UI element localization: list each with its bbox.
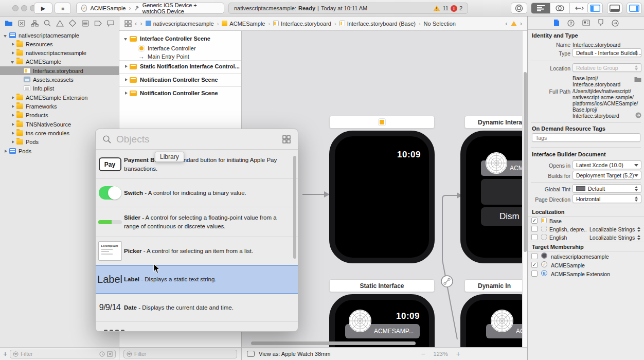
library-button[interactable] bbox=[511, 3, 527, 14]
localization-english-deprecated[interactable]: English, depre... bbox=[549, 226, 586, 232]
source-control-status-icon[interactable] bbox=[107, 351, 113, 357]
assistant-editor-button[interactable] bbox=[550, 3, 569, 13]
stop-button[interactable]: ■ bbox=[55, 3, 71, 14]
checkbox-english[interactable] bbox=[531, 234, 538, 240]
tree-item-folder[interactable]: Products bbox=[0, 111, 119, 119]
checkbox-english-deprecated[interactable] bbox=[531, 226, 538, 232]
scene3-titlebar[interactable]: Static Interface bbox=[329, 279, 435, 292]
scene3-watch-screen[interactable]: 10:09 ACMESAMP... bbox=[329, 294, 435, 347]
builds-for-dropdown[interactable]: Deployment Target (5.2) bbox=[573, 171, 641, 179]
scene1-watch-screen[interactable]: 10:09 bbox=[329, 131, 435, 263]
notification-body[interactable] bbox=[481, 179, 522, 205]
outline-interface-controller[interactable]: Interface Controller bbox=[119, 44, 241, 52]
filter-input[interactable] bbox=[21, 351, 97, 357]
library-item-label[interactable]: Label Label - Displays a static text str… bbox=[96, 265, 298, 294]
scheme-destination[interactable]: Generic iOS Device + watchOS Device bbox=[142, 2, 219, 14]
report-navigator-icon[interactable] bbox=[107, 20, 114, 27]
attributes-inspector-tab-icon[interactable] bbox=[598, 19, 604, 27]
target-extension[interactable]: ACMESample Extension bbox=[551, 271, 610, 277]
tree-item-folder[interactable]: nativescriptacmesample bbox=[0, 48, 119, 57]
dismiss-button[interactable]: Dism bbox=[481, 207, 522, 226]
checkbox-base[interactable]: ✓ bbox=[531, 218, 538, 224]
toggle-debug-area-button[interactable] bbox=[607, 3, 622, 14]
tree-item-storyboard-selected[interactable]: Interface.storyboard bbox=[0, 66, 119, 75]
zoom-in-button[interactable]: + bbox=[456, 350, 460, 358]
scheme-selector[interactable]: ✓ ACMESample › Generic iOS Device + watc… bbox=[76, 3, 224, 14]
test-navigator-icon[interactable] bbox=[69, 20, 76, 27]
vertical-scrollbar[interactable] bbox=[524, 72, 527, 252]
disclosure-triangle[interactable] bbox=[10, 95, 15, 100]
disclosure-triangle[interactable] bbox=[123, 77, 129, 82]
debug-navigator-icon[interactable] bbox=[82, 20, 89, 27]
disclosure-triangle[interactable] bbox=[10, 139, 15, 145]
library-item-picker[interactable]: Loremipsum Picker - A control for select… bbox=[96, 237, 298, 265]
opens-in-dropdown[interactable]: Latest Xcode (10.0) bbox=[573, 160, 641, 169]
error-icon[interactable]: ! bbox=[451, 5, 457, 12]
tags-field[interactable] bbox=[532, 133, 640, 142]
file-inspector-tab-icon[interactable] bbox=[553, 19, 560, 27]
error-count[interactable]: 2 bbox=[459, 5, 462, 11]
tree-item-folder[interactable]: Frameworks bbox=[0, 102, 119, 111]
find-navigator-icon[interactable] bbox=[44, 20, 51, 27]
object-library-panel[interactable]: Pay Payment Button - Standard button for… bbox=[95, 129, 298, 332]
disclosure-triangle[interactable] bbox=[10, 104, 15, 109]
disclosure-triangle[interactable] bbox=[3, 149, 8, 154]
outline-scene-notification-2[interactable]: Notification Controller Scene bbox=[119, 89, 241, 97]
symbol-navigator-icon[interactable] bbox=[31, 20, 39, 27]
outline-scene-interface-controller[interactable]: Interface Controller Scene bbox=[119, 34, 241, 43]
name-value[interactable]: Interface.storyboard bbox=[573, 42, 620, 48]
checkbox-target-app[interactable] bbox=[531, 253, 538, 259]
outline-scene-notification-1[interactable]: Notification Controller Scene bbox=[119, 76, 241, 84]
scene4-titlebar[interactable]: Dynamic In bbox=[464, 279, 522, 292]
source-control-icon[interactable] bbox=[18, 20, 25, 27]
disclosure-triangle[interactable] bbox=[123, 64, 129, 69]
disclosure-triangle[interactable] bbox=[10, 59, 15, 64]
localization-base[interactable]: Base bbox=[549, 218, 562, 224]
breadcrumb-project[interactable]: nativescriptacmesample bbox=[146, 21, 214, 27]
issue-navigator-icon[interactable] bbox=[56, 20, 64, 27]
scene1-titlebar[interactable] bbox=[329, 116, 435, 129]
identity-inspector-tab-icon[interactable] bbox=[582, 20, 590, 26]
localization-type[interactable]: Localizable Strings bbox=[589, 235, 635, 241]
disclosure-triangle[interactable] bbox=[123, 91, 129, 96]
outline-main-entry-point[interactable]: →Main Entry Point bbox=[119, 52, 241, 61]
next-issue-button[interactable]: › bbox=[520, 20, 522, 27]
zoom-level[interactable]: 123% bbox=[434, 351, 448, 357]
device-configuration-icon[interactable] bbox=[247, 351, 255, 357]
scene2-titlebar[interactable]: Dynamic Interac bbox=[464, 116, 522, 129]
checkbox-target-extension[interactable] bbox=[531, 271, 538, 277]
recent-files-clock-icon[interactable] bbox=[99, 351, 105, 357]
breadcrumb-selection[interactable]: No Selection bbox=[424, 21, 456, 27]
tree-item-project[interactable]: nativescriptacmesample bbox=[0, 31, 119, 40]
library-item-date[interactable]: 9/9/14 Date - Displays the current date … bbox=[96, 294, 298, 322]
project-navigator-icon[interactable] bbox=[5, 20, 13, 27]
filter-input[interactable] bbox=[134, 351, 234, 357]
connections-inspector-tab-icon[interactable] bbox=[612, 20, 619, 27]
add-button[interactable]: + bbox=[3, 350, 7, 358]
outline-filter-field[interactable] bbox=[123, 350, 237, 358]
library-item-slider[interactable]: Slider - A control for selecting a float… bbox=[96, 207, 298, 237]
related-items-icon[interactable] bbox=[124, 20, 132, 27]
location-dropdown[interactable]: Relative to Group bbox=[573, 63, 641, 72]
toggle-navigator-panel-button[interactable] bbox=[587, 3, 603, 14]
view-as-label[interactable]: View as: Apple Watch 38mm bbox=[259, 351, 330, 357]
window-close-button[interactable] bbox=[12, 5, 19, 11]
disclosure-triangle[interactable] bbox=[10, 50, 15, 56]
scheme-target[interactable]: ACMESample bbox=[90, 5, 126, 11]
library-scrollbar[interactable] bbox=[293, 156, 296, 259]
breadcrumb-base[interactable]: Interface.storyboard (Base) bbox=[339, 21, 416, 27]
tree-item-assets[interactable]: Assets.xcassets bbox=[0, 75, 119, 84]
warning-icon[interactable] bbox=[433, 5, 440, 11]
localization-type[interactable]: Localizable Strings bbox=[589, 226, 635, 232]
tree-item-folder[interactable]: ACMESample bbox=[0, 57, 119, 66]
forward-button[interactable]: › bbox=[140, 20, 142, 27]
disclosure-triangle[interactable] bbox=[10, 113, 15, 118]
grid-view-icon[interactable] bbox=[282, 135, 291, 143]
disclosure-triangle[interactable] bbox=[3, 33, 8, 38]
outline-scene-static-notification[interactable]: Static Notification Interface Control... bbox=[119, 62, 241, 70]
stepper-icon[interactable] bbox=[637, 227, 641, 232]
horizontal-scrollbar[interactable] bbox=[251, 341, 416, 345]
library-item-payment-button[interactable]: Pay Payment Button - Standard button for… bbox=[96, 150, 298, 179]
navigator-filter-field[interactable] bbox=[10, 350, 116, 358]
scene2-watch-screen[interactable]: ACM Dism bbox=[460, 131, 522, 263]
